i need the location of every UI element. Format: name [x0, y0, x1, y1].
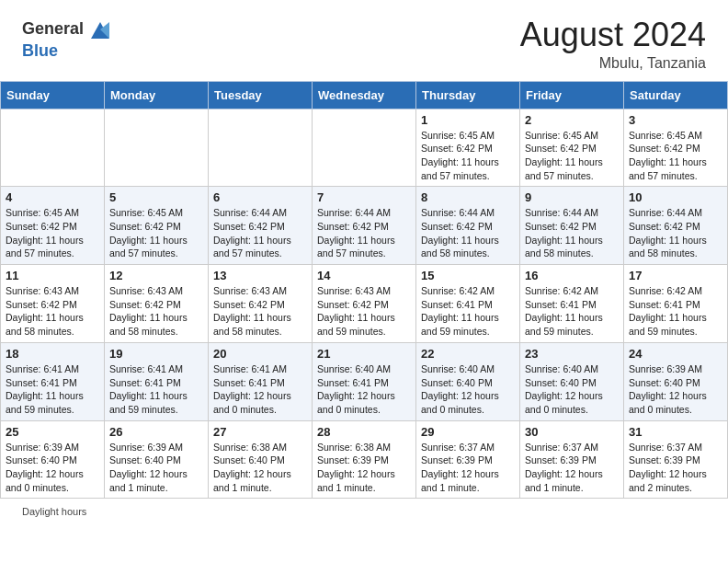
calendar-header-wednesday: Wednesday [313, 81, 416, 109]
calendar-cell: 14Sunrise: 6:43 AM Sunset: 6:42 PM Dayli… [313, 265, 416, 343]
calendar-week-row: 4Sunrise: 6:45 AM Sunset: 6:42 PM Daylig… [1, 187, 728, 265]
day-info: Sunrise: 6:41 AM Sunset: 6:41 PM Dayligh… [213, 362, 307, 417]
day-info: Sunrise: 6:39 AM Sunset: 6:40 PM Dayligh… [629, 362, 722, 417]
day-number: 10 [629, 190, 722, 204]
day-number: 20 [213, 347, 307, 361]
day-info: Sunrise: 6:42 AM Sunset: 6:41 PM Dayligh… [421, 284, 515, 339]
day-info: Sunrise: 6:44 AM Sunset: 6:42 PM Dayligh… [629, 206, 722, 260]
day-info: Sunrise: 6:45 AM Sunset: 6:42 PM Dayligh… [525, 129, 619, 183]
calendar-cell: 27Sunrise: 6:38 AM Sunset: 6:40 PM Dayli… [209, 420, 313, 499]
day-number: 24 [629, 347, 722, 361]
day-info: Sunrise: 6:45 AM Sunset: 6:42 PM Dayligh… [6, 206, 99, 260]
calendar-cell: 7Sunrise: 6:44 AM Sunset: 6:42 PM Daylig… [313, 187, 416, 265]
day-info: Sunrise: 6:43 AM Sunset: 6:42 PM Dayligh… [109, 284, 203, 339]
day-info: Sunrise: 6:40 AM Sunset: 6:40 PM Dayligh… [421, 362, 515, 417]
calendar-table: SundayMondayTuesdayWednesdayThursdayFrid… [0, 81, 728, 500]
logo-icon [87, 17, 113, 42]
day-info: Sunrise: 6:45 AM Sunset: 6:42 PM Dayligh… [109, 206, 203, 260]
calendar-cell: 17Sunrise: 6:42 AM Sunset: 6:41 PM Dayli… [624, 265, 728, 343]
day-info: Sunrise: 6:44 AM Sunset: 6:42 PM Dayligh… [317, 206, 411, 260]
calendar-cell: 9Sunrise: 6:44 AM Sunset: 6:42 PM Daylig… [520, 187, 624, 265]
calendar-week-row: 18Sunrise: 6:41 AM Sunset: 6:41 PM Dayli… [1, 342, 728, 420]
day-info: Sunrise: 6:45 AM Sunset: 6:42 PM Dayligh… [629, 129, 722, 183]
day-info: Sunrise: 6:38 AM Sunset: 6:40 PM Dayligh… [213, 441, 307, 495]
calendar-cell: 28Sunrise: 6:38 AM Sunset: 6:39 PM Dayli… [313, 420, 416, 499]
day-number: 26 [109, 425, 203, 439]
calendar-cell: 24Sunrise: 6:39 AM Sunset: 6:40 PM Dayli… [624, 342, 728, 420]
calendar-week-row: 11Sunrise: 6:43 AM Sunset: 6:42 PM Dayli… [1, 265, 728, 343]
calendar-cell [313, 109, 416, 187]
day-number: 14 [317, 269, 411, 282]
calendar-cell: 25Sunrise: 6:39 AM Sunset: 6:40 PM Dayli… [1, 420, 105, 499]
day-info: Sunrise: 6:41 AM Sunset: 6:41 PM Dayligh… [6, 362, 99, 417]
day-info: Sunrise: 6:37 AM Sunset: 6:39 PM Dayligh… [629, 441, 722, 495]
calendar-cell: 23Sunrise: 6:40 AM Sunset: 6:40 PM Dayli… [520, 342, 624, 420]
day-number: 23 [525, 347, 619, 361]
day-info: Sunrise: 6:44 AM Sunset: 6:42 PM Dayligh… [421, 206, 515, 260]
calendar-cell: 4Sunrise: 6:45 AM Sunset: 6:42 PM Daylig… [1, 187, 105, 265]
day-number: 19 [109, 347, 203, 361]
day-number: 1 [421, 113, 515, 127]
calendar-cell: 29Sunrise: 6:37 AM Sunset: 6:39 PM Dayli… [416, 420, 520, 499]
day-number: 30 [525, 425, 619, 439]
day-info: Sunrise: 6:43 AM Sunset: 6:42 PM Dayligh… [213, 284, 307, 339]
day-number: 9 [525, 190, 619, 204]
day-number: 2 [525, 113, 619, 127]
calendar-cell: 10Sunrise: 6:44 AM Sunset: 6:42 PM Dayli… [624, 187, 728, 265]
day-number: 25 [6, 425, 99, 439]
day-number: 18 [6, 347, 99, 361]
day-number: 22 [421, 347, 515, 361]
calendar-cell: 18Sunrise: 6:41 AM Sunset: 6:41 PM Dayli… [1, 342, 105, 420]
day-info: Sunrise: 6:37 AM Sunset: 6:39 PM Dayligh… [421, 441, 515, 495]
calendar-header-tuesday: Tuesday [209, 81, 313, 109]
calendar-cell: 11Sunrise: 6:43 AM Sunset: 6:42 PM Dayli… [1, 265, 105, 343]
calendar-cell: 19Sunrise: 6:41 AM Sunset: 6:41 PM Dayli… [105, 342, 209, 420]
daylight-label: Daylight hours [22, 506, 86, 517]
logo-general: General [22, 20, 84, 39]
day-number: 4 [6, 190, 99, 204]
day-number: 3 [629, 113, 722, 127]
calendar-cell [105, 109, 209, 187]
day-number: 31 [629, 425, 722, 439]
day-info: Sunrise: 6:37 AM Sunset: 6:39 PM Dayligh… [525, 441, 619, 495]
day-info: Sunrise: 6:42 AM Sunset: 6:41 PM Dayligh… [525, 284, 619, 339]
calendar-cell: 2Sunrise: 6:45 AM Sunset: 6:42 PM Daylig… [520, 109, 624, 187]
calendar-header-thursday: Thursday [416, 81, 520, 109]
day-info: Sunrise: 6:45 AM Sunset: 6:42 PM Dayligh… [421, 129, 515, 183]
calendar-cell: 13Sunrise: 6:43 AM Sunset: 6:42 PM Dayli… [209, 265, 313, 343]
calendar-header-row: SundayMondayTuesdayWednesdayThursdayFrid… [1, 81, 728, 109]
calendar-cell: 8Sunrise: 6:44 AM Sunset: 6:42 PM Daylig… [416, 187, 520, 265]
calendar-cell: 5Sunrise: 6:45 AM Sunset: 6:42 PM Daylig… [105, 187, 209, 265]
day-number: 21 [317, 347, 411, 361]
calendar-cell: 22Sunrise: 6:40 AM Sunset: 6:40 PM Dayli… [416, 342, 520, 420]
day-number: 7 [317, 190, 411, 204]
day-number: 15 [421, 269, 515, 282]
calendar-header-saturday: Saturday [624, 81, 728, 109]
day-number: 16 [525, 269, 619, 282]
day-info: Sunrise: 6:44 AM Sunset: 6:42 PM Dayligh… [213, 206, 307, 260]
footer: Daylight hours [0, 499, 728, 521]
day-number: 5 [109, 190, 203, 204]
day-info: Sunrise: 6:43 AM Sunset: 6:42 PM Dayligh… [317, 284, 411, 339]
calendar-cell [209, 109, 313, 187]
day-info: Sunrise: 6:40 AM Sunset: 6:41 PM Dayligh… [317, 362, 411, 417]
day-info: Sunrise: 6:44 AM Sunset: 6:42 PM Dayligh… [525, 206, 619, 260]
calendar-header-sunday: Sunday [1, 81, 105, 109]
day-number: 8 [421, 190, 515, 204]
day-info: Sunrise: 6:43 AM Sunset: 6:42 PM Dayligh… [6, 284, 99, 339]
calendar-cell: 6Sunrise: 6:44 AM Sunset: 6:42 PM Daylig… [209, 187, 313, 265]
day-number: 13 [213, 269, 307, 282]
day-info: Sunrise: 6:39 AM Sunset: 6:40 PM Dayligh… [6, 441, 99, 495]
calendar-cell: 26Sunrise: 6:39 AM Sunset: 6:40 PM Dayli… [105, 420, 209, 499]
calendar-week-row: 25Sunrise: 6:39 AM Sunset: 6:40 PM Dayli… [1, 420, 728, 499]
calendar-cell: 30Sunrise: 6:37 AM Sunset: 6:39 PM Dayli… [520, 420, 624, 499]
calendar-cell: 31Sunrise: 6:37 AM Sunset: 6:39 PM Dayli… [624, 420, 728, 499]
day-number: 11 [6, 269, 99, 282]
calendar-week-row: 1Sunrise: 6:45 AM Sunset: 6:42 PM Daylig… [1, 109, 728, 187]
day-number: 6 [213, 190, 307, 204]
calendar-header-monday: Monday [105, 81, 209, 109]
calendar-cell: 12Sunrise: 6:43 AM Sunset: 6:42 PM Dayli… [105, 265, 209, 343]
page-header: General Blue August 2024 Mbulu, Tanzania [0, 0, 728, 81]
day-info: Sunrise: 6:39 AM Sunset: 6:40 PM Dayligh… [109, 441, 203, 495]
title-block: August 2024 Mbulu, Tanzania [520, 17, 706, 72]
